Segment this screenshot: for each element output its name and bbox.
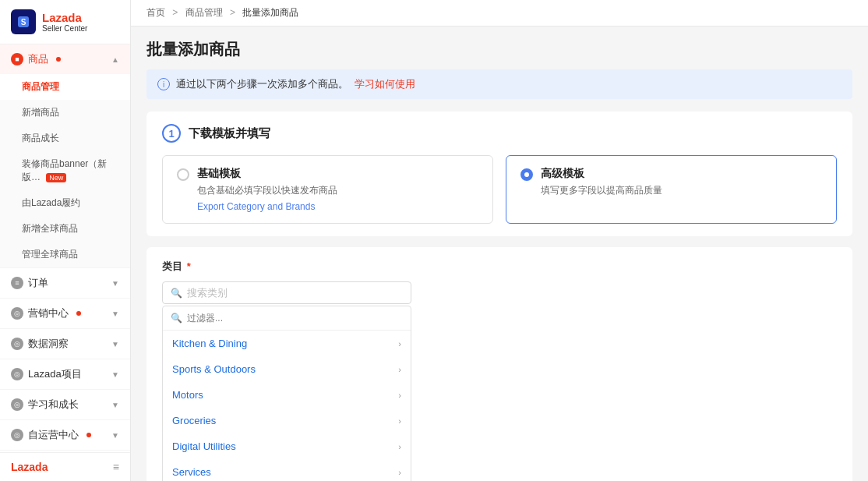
page-title: 批量添加商品: [146, 39, 852, 60]
marketing-dot: [76, 311, 81, 316]
footer-menu-icon[interactable]: ≡: [113, 461, 119, 473]
products-icon: ■: [11, 53, 23, 65]
category-sports-chevron: ›: [398, 365, 401, 374]
template-advanced[interactable]: 高级模板 填写更多字段以提高商品质量: [506, 155, 837, 224]
category-item-sports-label: Sports & Outdoors: [172, 363, 256, 375]
template-basic[interactable]: 基础模板 包含基础必填字段以快速发布商品 Export Category and…: [162, 155, 493, 224]
svg-text:S: S: [21, 18, 26, 27]
breadcrumb: 首页 > 商品管理 > 批量添加商品: [131, 0, 868, 27]
nav-section-data: ◎ 数据洞察 ▼: [0, 329, 130, 359]
marketing-icon: ◎: [11, 307, 23, 320]
nav-section-lazada-project: ◎ Lazada项目 ▼: [0, 359, 130, 390]
category-search-box[interactable]: 🔍: [162, 281, 411, 304]
category-search-input[interactable]: [187, 287, 403, 299]
category-item-digital-label: Digital Utilities: [172, 440, 236, 452]
sidebar-item-lazada-contract[interactable]: 由Lazada履约: [0, 190, 130, 216]
main-content: 首页 > 商品管理 > 批量添加商品 批量添加商品 i 通过以下两个步骤一次添加…: [131, 0, 868, 481]
nav-item-learning[interactable]: ◎ 学习和成长 ▼: [0, 390, 130, 419]
category-kitchen-chevron: ›: [398, 339, 401, 348]
step1-section: 1 下载模板并填写 基础模板 包含基础必填字段以快速发布商品 Export Ca…: [146, 111, 852, 236]
breadcrumb-sep1: >: [172, 7, 178, 18]
category-motors-chevron: ›: [398, 391, 401, 400]
search-icon: 🔍: [171, 288, 182, 299]
marketing-chevron: ▼: [111, 309, 119, 318]
nav-section-orders: ≡ 订单 ▼: [0, 268, 130, 299]
category-digital-chevron: ›: [398, 442, 401, 451]
category-item-services[interactable]: Services ›: [163, 459, 411, 481]
products-chevron: ▲: [111, 55, 119, 64]
new-badge: New: [46, 173, 66, 182]
info-banner: i 通过以下两个步骤一次添加多个商品。 学习如何使用: [146, 69, 852, 99]
step1-number: 1: [162, 124, 181, 143]
template-advanced-radio[interactable]: [520, 168, 533, 181]
template-basic-link[interactable]: Export Category and Brands: [197, 201, 315, 212]
sidebar-footer: Lazada ≡: [0, 452, 130, 481]
filter-input[interactable]: [187, 313, 403, 324]
category-item-services-label: Services: [172, 466, 211, 478]
learning-chevron: ▼: [111, 401, 119, 409]
sidebar-item-manage-global[interactable]: 管理全球商品: [0, 242, 130, 267]
nav-section-learning: ◎ 学习和成长 ▼: [0, 390, 130, 420]
products-subnav: 商品管理 新增商品 商品成长 装修商品banner（新版… New 由Lazad…: [0, 74, 130, 267]
category-item-digital[interactable]: Digital Utilities ›: [163, 433, 411, 459]
breadcrumb-current: 批量添加商品: [242, 7, 298, 18]
category-section: 类目 * 🔍 🔍 Kitchen & Dining ›: [146, 247, 852, 481]
data-icon: ◎: [11, 338, 23, 350]
template-basic-info: 基础模板 包含基础必填字段以快速发布商品 Export Category and…: [197, 167, 337, 212]
nav-section-self-op: ◎ 自运营中心 ▼: [0, 420, 130, 451]
products-label: 商品: [28, 52, 48, 66]
breadcrumb-section[interactable]: 商品管理: [185, 7, 223, 18]
self-op-icon: ◎: [11, 429, 23, 441]
category-item-kitchen-label: Kitchen & Dining: [172, 338, 247, 349]
template-advanced-info: 高级模板 填写更多字段以提高商品质量: [541, 167, 662, 200]
template-options: 基础模板 包含基础必填字段以快速发布商品 Export Category and…: [162, 155, 837, 224]
content-area: 批量添加商品 i 通过以下两个步骤一次添加多个商品。 学习如何使用 1 下载模板…: [131, 27, 868, 481]
nav-item-self-op[interactable]: ◎ 自运营中心 ▼: [0, 420, 130, 450]
category-list: Kitchen & Dining › Sports & Outdoors › M…: [163, 331, 411, 481]
orders-chevron: ▼: [111, 279, 119, 288]
required-star: *: [187, 260, 191, 272]
info-text: 通过以下两个步骤一次添加多个商品。: [176, 77, 348, 91]
category-label: 类目 *: [162, 260, 837, 274]
category-item-sports[interactable]: Sports & Outdoors ›: [163, 356, 411, 382]
marketing-label: 营销中心: [28, 306, 69, 320]
footer-lazada-logo: Lazada: [11, 461, 48, 473]
sidebar-item-product-mgmt[interactable]: 商品管理: [0, 74, 130, 100]
sidebar-item-banner[interactable]: 装修商品banner（新版… New: [0, 151, 130, 190]
learning-icon: ◎: [11, 398, 23, 411]
self-op-label: 自运营中心: [28, 428, 79, 442]
info-link[interactable]: 学习如何使用: [355, 77, 415, 91]
logo-text: Lazada Seller Center: [42, 11, 87, 33]
nav-item-data[interactable]: ◎ 数据洞察 ▼: [0, 329, 130, 359]
brand-subtitle: Seller Center: [42, 24, 87, 33]
nav-item-marketing[interactable]: ◎ 营销中心 ▼: [0, 299, 130, 328]
nav-section-products: ■ 商品 ▲ 商品管理 新增商品 商品成长 装修商品banner（新版…: [0, 44, 130, 268]
template-advanced-name: 高级模板: [541, 167, 662, 181]
lazada-project-icon: ◎: [11, 368, 23, 380]
logo-area: S Lazada Seller Center: [0, 0, 130, 44]
nav-item-lazada-project[interactable]: ◎ Lazada项目 ▼: [0, 359, 130, 389]
category-item-motors-label: Motors: [172, 389, 203, 401]
sidebar-item-product-growth[interactable]: 商品成长: [0, 126, 130, 151]
products-dot: [56, 57, 61, 62]
orders-label: 订单: [28, 276, 48, 290]
template-basic-radio[interactable]: [177, 168, 189, 181]
logo-icon: S: [11, 9, 36, 34]
category-item-motors[interactable]: Motors ›: [163, 382, 411, 408]
info-icon: i: [157, 78, 170, 90]
category-item-kitchen[interactable]: Kitchen & Dining ›: [163, 331, 411, 356]
breadcrumb-home[interactable]: 首页: [146, 7, 165, 18]
sidebar: S Lazada Seller Center ■ 商品 ▲ 商品管理: [0, 0, 131, 481]
nav-item-products[interactable]: ■ 商品 ▲: [0, 44, 130, 74]
filter-search-icon: 🔍: [171, 313, 182, 324]
filter-row: 🔍: [163, 306, 411, 331]
lazada-project-label: Lazada项目: [28, 367, 82, 381]
category-dropdown: 🔍 Kitchen & Dining › Sports & Outdoors ›: [162, 306, 411, 481]
category-item-groceries[interactable]: Groceries ›: [163, 408, 411, 433]
nav-item-orders[interactable]: ≡ 订单 ▼: [0, 268, 130, 298]
sidebar-item-new-product[interactable]: 新增商品: [0, 100, 130, 126]
sidebar-nav: ■ 商品 ▲ 商品管理 新增商品 商品成长 装修商品banner（新版…: [0, 44, 130, 452]
self-op-chevron: ▼: [111, 431, 119, 440]
sidebar-item-global-product[interactable]: 新增全球商品: [0, 216, 130, 242]
orders-icon: ≡: [11, 277, 23, 289]
